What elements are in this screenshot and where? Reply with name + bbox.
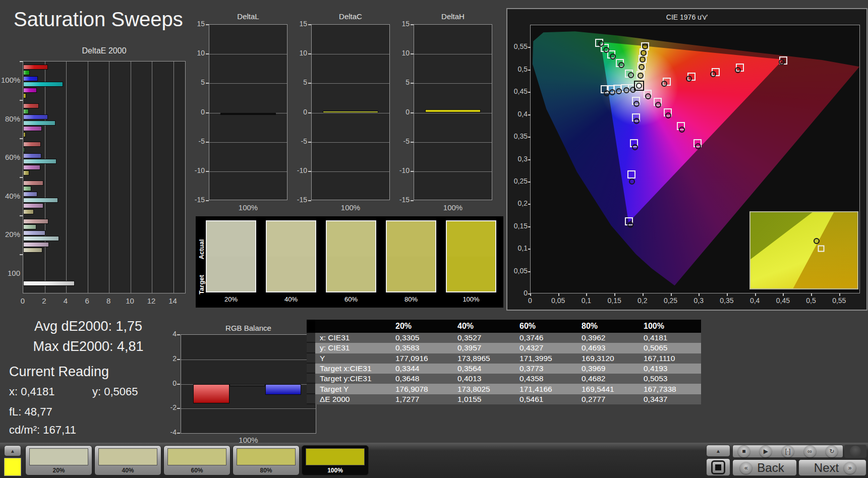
rgb-bar [229,384,265,386]
deltae-bar [23,224,36,229]
current-fl: fL: 48,77 [9,405,52,419]
rgb-bar [193,384,229,404]
cie-x-tick-label: 0,55 [829,296,849,305]
saturation-step-button[interactable]: 40% [94,445,161,475]
cie-target-marker [627,170,635,178]
cie-y-tick-label: 0,15 [507,222,528,230]
deltae-bar [23,93,26,98]
target-row-label: Target [198,275,205,294]
step-label: 60% [164,467,230,474]
table-row: x: CIE310,33050,35270,37460,39620,4181 [307,333,701,343]
deltae-bar [23,142,41,147]
table-row-label: x: CIE31 [315,333,391,343]
saturation-step-button[interactable]: 80% [233,445,300,475]
table-gutter-cell [307,333,315,343]
cie-x-tick-label: 0,35 [717,296,737,305]
table-value-cell: 0,3305 [391,333,453,343]
rgb-y-tick-label: 2 [161,354,177,363]
delta-tick [206,83,209,84]
measure-stop-button[interactable] [706,458,730,476]
back-chevron-icon: « [740,462,752,474]
delta-x-label: 100% [311,203,390,212]
deltae-chart [23,61,186,293]
rgb-tick [177,334,180,335]
saturation-step-button[interactable]: 20% [25,445,92,475]
stop-button[interactable]: ■ [738,445,750,457]
rgb-bar [265,384,301,395]
swatch-label: 100% [446,295,496,303]
rgb-y-tick-label: -4 [161,428,177,436]
swatch-target [267,257,315,292]
refresh-button[interactable]: ↻ [826,445,838,457]
patch-up-button[interactable]: ▲ [4,445,21,456]
deltae-bar [23,248,42,253]
deltae-bar [23,153,41,158]
table-value-cell: 169,5441 [577,384,639,394]
delta-y-tick-label: 5 [393,78,410,86]
cie-measured-marker [641,50,647,56]
play-button[interactable]: ▶ [760,445,772,457]
cie-y-tick-label: 0,55 [507,42,528,50]
delta-chart-title: DeltaH [414,12,492,21]
cie-measured-marker [633,118,640,124]
delta-y-tick-label: 5 [189,78,205,86]
cie-measured-marker [735,67,741,73]
delta-gridline [414,54,492,54]
delta-tick [206,200,209,201]
deltae-bar [23,114,48,119]
current-reading-label: Current Reading [9,364,109,380]
table-value-cell: 0,4682 [577,374,639,384]
delta-tick [206,112,209,113]
table-row: Target x:CIE310,33440,35640,37730,39690,… [307,364,701,374]
page-title: Saturation Sweeps [14,8,183,31]
delta-tick [206,53,209,54]
delta-y-tick-label: 0 [189,108,205,116]
delta-y-tick-label: -15 [189,196,205,204]
cie-x-tick-label: 0,45 [773,296,793,305]
delta-tick [308,171,311,172]
delta-y-tick-label: 15 [393,20,410,28]
delta-gridline [209,142,287,143]
table-gutter [307,320,315,333]
delta-gridline [312,54,389,54]
single-button[interactable]: [·] [782,445,794,457]
back-button[interactable]: « Back [732,459,797,476]
rgb-gridline [181,360,316,360]
table-value-cell: 0,5053 [639,374,701,384]
table-value-cell: 0,3969 [577,364,639,374]
delta-tick [206,171,209,172]
refresh-icon: ↻ [829,448,834,455]
cie-y-tick [528,204,531,205]
table-value-cell: 0,4327 [515,343,577,353]
delta-tick [308,200,311,201]
table-value-cell: 173,8025 [453,384,515,394]
cie-diagram [530,25,860,293]
controls-up-button[interactable]: ▲ [706,445,730,457]
table-row-label: Y [315,353,391,364]
square-icon [711,460,725,474]
deltae-group-label: 60% [1,153,20,161]
cie-x-tick-label: 0,15 [604,296,624,305]
table-header-cell: 80% [577,320,639,333]
cie-y-tick [528,47,531,48]
delta-gridline [312,113,389,113]
cie-measured-marker [629,178,635,185]
table-header-blank [315,320,391,333]
delta-tick [411,200,414,201]
saturation-step-button[interactable]: 60% [163,445,230,475]
table-value-cell: 0,4693 [577,343,639,353]
loop-button[interactable]: ∞ [804,445,816,457]
cie-y-tick [528,226,531,227]
next-button[interactable]: Next » [798,459,866,476]
rgb-balance-chart [181,334,316,434]
cie-y-tick-label: 0,05 [507,267,528,275]
saturation-step-button[interactable]: 100% [302,445,369,475]
swatch-target [387,257,435,292]
deltae-bar [23,126,42,131]
table-value-cell: 176,9078 [391,384,453,394]
comparison-swatch [206,220,256,292]
deltae-bar [23,192,37,197]
cie-measured-marker [686,76,692,82]
rgb-gridline [181,408,316,409]
deltae-bar [23,170,29,175]
